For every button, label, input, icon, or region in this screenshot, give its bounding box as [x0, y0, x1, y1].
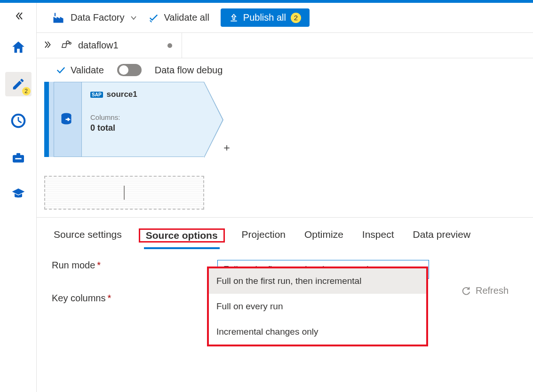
sap-icon: SAP	[90, 92, 103, 98]
drop-zone[interactable]	[44, 176, 204, 210]
sidebar-item-home[interactable]	[5, 35, 32, 60]
tab-title: dataflow1	[78, 40, 119, 51]
factory-label: Data Factory	[71, 12, 124, 23]
check-icon	[56, 65, 66, 75]
factory-icon	[52, 11, 65, 24]
debug-label: Data flow debug	[155, 65, 223, 76]
run-mode-label: Run mode*	[52, 260, 207, 271]
chevron-down-icon	[130, 14, 137, 22]
tab-projection[interactable]: Projection	[240, 224, 287, 247]
source-options-form: Run mode* Full on the first run, then in…	[52, 247, 518, 304]
tab-optimize[interactable]: Optimize	[302, 224, 345, 247]
svg-point-5	[69, 42, 71, 44]
node-drag-handle[interactable]	[44, 82, 49, 157]
tab-source-options[interactable]: Source options	[144, 225, 220, 249]
option-incremental-only[interactable]: Incremental changes only	[209, 319, 426, 345]
refresh-label: Refresh	[476, 285, 509, 296]
sidebar-item-learn[interactable]	[5, 182, 32, 206]
unsaved-indicator-icon	[167, 43, 172, 48]
database-arrow-icon	[59, 111, 76, 128]
publish-label: Publish all	[243, 12, 286, 23]
upload-icon	[229, 13, 239, 23]
dataflow-canvas[interactable]: SAP source1 Columns: 0 total ＋	[37, 82, 533, 217]
sidebar-item-author[interactable]: 2	[5, 72, 32, 96]
tab-data-preview[interactable]: Data preview	[411, 224, 473, 247]
svg-rect-2	[16, 153, 20, 156]
debug-toggle[interactable]	[117, 64, 142, 76]
option-full-first-incremental[interactable]: Full on the first run, then incremental	[209, 268, 426, 294]
check-all-icon	[149, 13, 159, 23]
validate-all-label: Validate all	[164, 12, 209, 23]
left-sidebar: 2	[0, 3, 37, 392]
validate-all-button[interactable]: Validate all	[149, 12, 209, 23]
dataflow-icon	[61, 40, 72, 51]
sidebar-item-monitor[interactable]	[5, 109, 32, 133]
svg-point-4	[66, 41, 69, 44]
columns-total: 0 total	[90, 123, 195, 133]
validate-button[interactable]: Validate	[56, 65, 104, 76]
add-transformation-button[interactable]: ＋	[222, 141, 232, 155]
factory-dropdown[interactable]: Data Factory	[52, 11, 137, 24]
source-body: SAP source1 Columns: 0 total ＋	[82, 82, 204, 157]
author-badge: 2	[22, 87, 31, 95]
tab-source-settings[interactable]: Source settings	[52, 224, 124, 247]
source-node[interactable]: SAP source1 Columns: 0 total ＋	[44, 82, 204, 157]
publish-all-button[interactable]: Publish all 2	[221, 8, 310, 27]
cursor-caret-icon	[124, 186, 125, 200]
settings-panel: Source settings Source options Projectio…	[37, 217, 533, 318]
source-icon-column	[54, 82, 82, 157]
validate-label: Validate	[71, 65, 104, 76]
tab-dataflow1[interactable]: dataflow1	[59, 33, 182, 58]
columns-label: Columns:	[90, 113, 195, 121]
tabs-expand-icon[interactable]	[44, 40, 53, 51]
svg-rect-3	[15, 158, 21, 159]
run-mode-dropdown: Full on the first run, then incremental …	[207, 267, 428, 346]
publish-count-badge: 2	[291, 13, 301, 23]
refresh-icon	[461, 286, 471, 296]
panel-tabs: Source settings Source options Projectio…	[52, 224, 518, 247]
highlighted-tab-box: Source options	[139, 228, 225, 243]
key-columns-label: Key columns*	[52, 293, 207, 304]
source-name: source1	[107, 90, 137, 99]
header-bar: Data Factory Validate all Publish all 2	[37, 3, 533, 33]
sidebar-item-manage[interactable]	[5, 145, 32, 170]
tab-inspect[interactable]: Inspect	[360, 224, 396, 247]
dataflow-toolbar: Validate Data flow debug	[37, 58, 533, 82]
collapse-sidebar-icon[interactable]	[14, 11, 23, 23]
editor-tab-row: dataflow1	[37, 33, 533, 58]
refresh-button[interactable]: Refresh	[461, 285, 509, 296]
option-full-every-run[interactable]: Full on every run	[209, 294, 426, 319]
